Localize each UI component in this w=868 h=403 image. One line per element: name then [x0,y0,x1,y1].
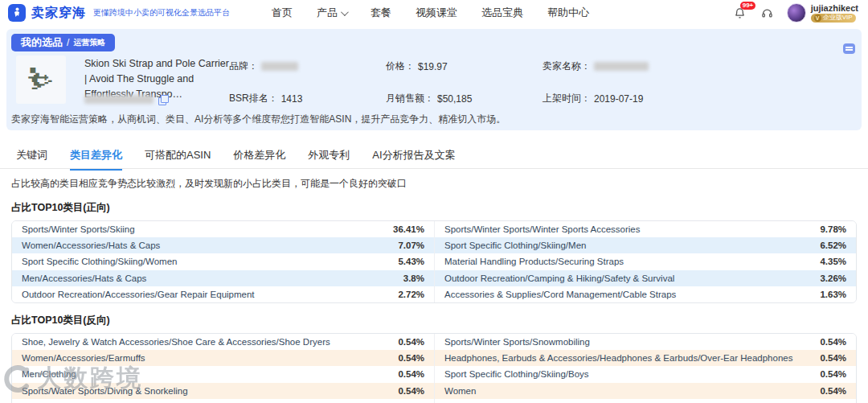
category-share: 9.78% [793,224,856,234]
brand-value-redacted [261,62,298,71]
category-share: 0.54% [793,386,856,396]
table-row: Accessories/Lanyards & Wrist Straps 0.54… [12,399,856,403]
category-share: 36.41% [371,224,434,234]
top-bar: 卖家穿海 更懂跨境中小卖的可视化全景选品平台 首页 产品 套餐 视频课堂 选品宝… [0,0,868,26]
category-name: Sport Specific Clothing/Skiing/Men [434,237,793,253]
brand-tagline: 更懂跨境中小卖的可视化全景选品平台 [93,7,230,19]
product-thumbnail: ⛷ [16,56,66,104]
seller-value-redacted [594,62,649,71]
category-share: 5.43% [371,257,434,266]
table-row: Women/Accessories/Hats & Caps 7.07% Spor… [12,237,856,253]
category-name: Outdoor Recreation/Camping & Hiking/Safe… [434,270,793,286]
category-share: 0.54% [371,353,434,363]
field-monthly-sales: 月销售额： $50,185 [386,92,472,105]
tab-price-differentiation[interactable]: 价格差异化 [233,148,285,169]
nav-item-help-center[interactable]: 帮助中心 [547,6,589,20]
nav-item-products[interactable]: 产品 [317,6,346,20]
nav-item-selection-guide[interactable]: 选品宝典 [481,6,523,20]
copy-icon[interactable] [158,95,167,104]
category-share: 0.54% [793,369,856,379]
breadcrumb-separator: / [67,37,69,48]
nav-item-home[interactable]: 首页 [272,6,293,20]
brand-name: 卖家穿海 [31,5,86,22]
tab-content: 占比较高的类目相应竞争势态比较激烈，及时发现新的小占比类目，可能是一个良好的突破… [11,172,857,403]
tab-keywords[interactable]: 关键词 [16,148,47,169]
table-row: Men/Clothing 0.54% Sport Specific Clothi… [12,366,856,382]
category-name: Sport Specific Clothing/Skiing/Boys [434,366,793,382]
field-price: 价格： $19.97 [386,60,448,73]
table-row: Men/Accessories/Hats & Caps 3.8% Outdoor… [12,270,856,286]
category-name: Men/Clothing [12,369,371,379]
vip-status-badge: V 企业版VIP [811,14,856,23]
breadcrumb-secondary: 运营策略 [73,37,105,48]
strategy-description: 卖家穿海智能运营策略，从商机词、类目、AI分析等多个维度帮您打造智能ASIN，提… [11,113,506,126]
category-name: Sports/Water Sports/Diving & Snorkeling [12,386,371,396]
category-name: Men/Accessories/Hats & Caps [12,273,371,283]
negative-table-title: 占比TOP10类目(反向) [11,314,857,327]
vip-medal-icon: V [814,14,821,22]
product-asin-row [84,95,167,104]
category-share: 1.63% [793,290,856,299]
customer-service-headset-icon[interactable] [760,5,776,21]
breadcrumb-primary: 我的选品 [21,35,63,50]
negative-category-table: Shoe, Jewelry & Watch Accessories/Shoe C… [11,333,857,403]
category-name: Material Handling Products/Securing Stra… [434,253,793,269]
category-share: 3.8% [371,273,434,283]
category-name: Novelty & More/Clothing/Novelty [434,399,793,403]
category-share: 7.07% [371,241,434,250]
breadcrumb[interactable]: 我的选品 / 运营策略 [11,34,115,51]
app-window: 卖家穿海 更懂跨境中小卖的可视化全景选品平台 首页 产品 套餐 视频课堂 选品宝… [0,0,868,403]
category-name: Women/Accessories/Earmuffs [12,353,371,363]
category-name: Sports/Winter Sports/Winter Sports Acces… [434,221,793,237]
tab-ai-report[interactable]: AI分析报告及文案 [372,148,455,169]
category-share: 4.35% [793,257,856,266]
feedback-chat-icon[interactable] [843,43,855,54]
table-row: Women/Accessories/Earmuffs 0.54% Headpho… [12,350,856,366]
tab-compatible-asin[interactable]: 可搭配的ASIN [145,148,211,169]
brand-icon [8,4,26,22]
notifications-count-badge: 99+ [740,2,756,10]
category-share: 2.72% [371,290,434,299]
category-share: 0.54% [371,337,434,347]
field-brand: 品牌： [229,60,298,73]
category-share: 6.52% [793,241,856,250]
table-row: Outdoor Recreation/Accessories/Gear Repa… [12,286,856,302]
nav-item-plans[interactable]: 套餐 [371,6,391,20]
tab-category-differentiation[interactable]: 类目差异化 [70,148,122,171]
table-row: Sports/Water Sports/Diving & Snorkeling … [12,383,856,399]
tab-design-patent[interactable]: 外观专利 [308,148,350,169]
chevron-down-icon [341,8,349,16]
user-account-chip[interactable]: jujiazhikect V 企业版VIP [787,3,858,23]
positive-category-table: Sports/Winter Sports/Skiing 36.41% Sport… [11,220,857,303]
positive-table-title: 占比TOP10类目(正向) [11,201,857,215]
table-row: Sport Specific Clothing/Skiing/Women 5.4… [12,253,856,269]
table-row: Shoe, Jewelry & Watch Accessories/Shoe C… [12,334,856,350]
category-name: Accessories & Supplies/Cord Management/C… [434,286,793,302]
category-name: Women/Accessories/Hats & Caps [12,241,371,250]
field-bsr-rank: BSR排名： 1413 [229,92,302,105]
category-name: Shoe, Jewelry & Watch Accessories/Shoe C… [12,337,371,347]
table-row: Sports/Winter Sports/Skiing 36.41% Sport… [12,221,856,237]
category-share: 0.54% [793,353,856,363]
field-seller-name: 卖家名称： [542,60,649,73]
product-summary-panel: 我的选品 / 运营策略 ⛷ Skion Ski Strap and Pole C… [6,29,862,130]
product-asin-redacted [84,95,154,104]
category-name: Women [434,383,793,399]
category-name: Outdoor Recreation/Accessories/Gear Repa… [12,290,371,299]
category-share: 3.26% [793,273,856,283]
analysis-hint: 占比较高的类目相应竞争势态比较激烈，及时发现新的小占比类目，可能是一个良好的突破… [11,177,857,191]
analysis-tabs: 关键词 类目差异化 可搭配的ASIN 价格差异化 外观专利 AI分析报告及文案 [0,148,868,169]
category-share: 0.54% [371,369,434,379]
user-area: 99+ jujiazhikect V 企业版VIP [732,3,868,23]
main-nav: 首页 产品 套餐 视频课堂 选品宝典 帮助中心 [272,6,589,20]
user-avatar [787,3,806,23]
user-name: jujiazhikect [811,3,858,13]
category-name: Headphones, Earbuds & Accessories/Headph… [434,350,793,366]
notifications-bell-icon[interactable]: 99+ [732,5,748,21]
field-listed-date: 上架时间： 2019-07-19 [542,92,643,105]
nav-item-video-courses[interactable]: 视频课堂 [416,6,457,20]
brand-logo-link[interactable]: 卖家穿海 更懂跨境中小卖的可视化全景选品平台 [0,4,230,22]
category-share: 0.54% [793,337,856,347]
category-name: Sports/Winter Sports/Skiing [12,224,371,234]
category-share: 0.54% [371,386,434,396]
